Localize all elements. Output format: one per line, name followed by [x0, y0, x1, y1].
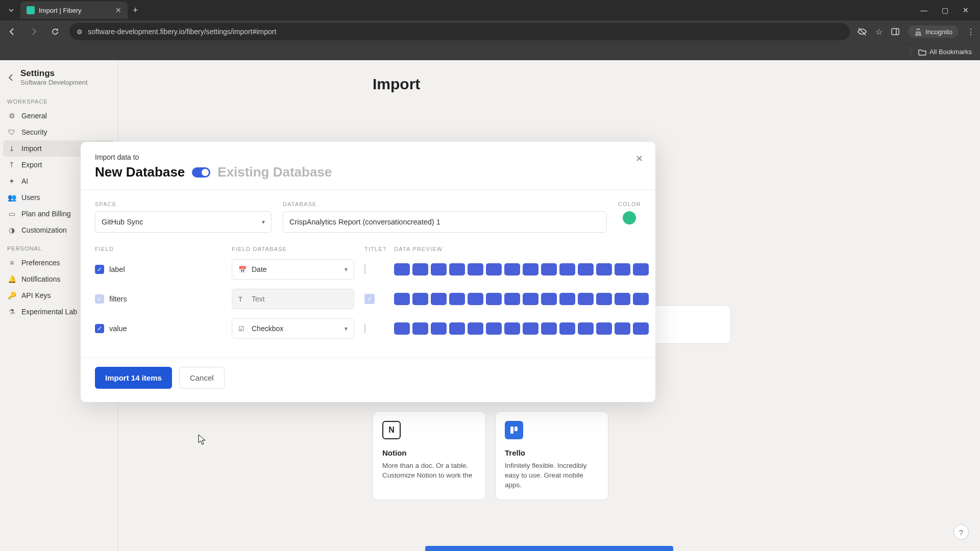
maximize-icon[interactable]: ▢ — [942, 6, 948, 14]
preview-pill — [412, 322, 428, 335]
sliders-icon: ≡ — [7, 259, 16, 267]
import-card-notion[interactable]: N Notion More than a doc. Or a table. Cu… — [373, 411, 486, 500]
site-settings-icon[interactable]: ⚙ — [77, 28, 83, 36]
field-type-select[interactable]: 📅Date▾ — [232, 259, 354, 280]
modal-title-row: New Database Existing Database — [95, 164, 641, 180]
reload-icon[interactable] — [48, 24, 62, 39]
field-type-select[interactable]: ☑Checkbox▾ — [232, 318, 354, 339]
sidebar-item-security[interactable]: 🛡Security — [0, 124, 118, 140]
new-tab-button[interactable]: + — [133, 5, 138, 16]
field-name-cell: ✓filters — [95, 294, 232, 304]
modal-close-icon[interactable]: ✕ — [635, 153, 643, 164]
shield-icon: 🛡 — [7, 128, 16, 136]
space-value: GitHub Sync — [102, 218, 143, 226]
option-existing-database[interactable]: Existing Database — [217, 164, 332, 180]
data-preview-header: DATA PREVIEW — [394, 246, 641, 252]
settings-back-icon[interactable] — [7, 73, 15, 82]
database-input[interactable]: CrispAnalytics Report (conversationcreat… — [283, 211, 607, 233]
color-swatch[interactable] — [623, 211, 636, 224]
sidebar-item-label: Preferences — [21, 259, 60, 267]
database-toggle[interactable] — [192, 167, 210, 178]
sidebar-item-label: Users — [21, 193, 40, 202]
field-include-checkbox[interactable]: ✓ — [95, 265, 104, 274]
option-new-database[interactable]: New Database — [95, 164, 185, 180]
title-radio[interactable] — [364, 264, 365, 274]
kebab-menu-icon[interactable]: ⋮ — [967, 27, 975, 37]
url-bar[interactable]: ⚙ software-development.fibery.io/fibery/… — [69, 23, 850, 40]
sidebar-item-general[interactable]: ⚙General — [0, 108, 118, 124]
sidebar-item-label: Customization — [21, 226, 67, 234]
tab-list-chevron-icon[interactable] — [4, 3, 18, 17]
field-include-checkbox[interactable]: ✓ — [95, 294, 104, 304]
preview-pill — [449, 322, 465, 335]
key-icon: 🔑 — [7, 291, 16, 299]
flask-icon: ⚗ — [7, 308, 16, 316]
tab-bar: Import | Fibery ✕ + — ▢ ✕ — [0, 0, 980, 20]
field-name-label: filters — [109, 295, 127, 303]
preview-pill — [504, 263, 520, 276]
all-bookmarks-button[interactable]: All Bookmarks — [918, 48, 972, 56]
settings-title: Settings — [20, 68, 88, 79]
preview-pill — [596, 263, 612, 276]
color-label: COLOR — [618, 201, 641, 207]
field-name-label: value — [109, 324, 127, 333]
preview-pill — [615, 293, 630, 305]
preview-pill — [633, 263, 649, 276]
window-controls: — ▢ ✕ — [920, 6, 976, 14]
fields-header-row: FIELD FIELD DATABASE TITLE? DATA PREVIEW — [95, 246, 641, 252]
import-button[interactable]: Import 14 items — [95, 367, 172, 389]
preview-pill — [431, 293, 447, 305]
title-cell: ✓ — [364, 294, 394, 304]
svg-rect-0 — [892, 29, 899, 35]
close-tab-icon[interactable]: ✕ — [115, 6, 121, 14]
preview-pill — [523, 263, 538, 276]
minimize-icon[interactable]: — — [920, 6, 927, 14]
browser-tab[interactable]: Import | Fibery ✕ — [20, 2, 128, 19]
nav-back-icon[interactable] — [5, 24, 19, 39]
import-cards-row-2: N Notion More than a doc. Or a table. Cu… — [373, 411, 608, 500]
all-bookmarks-label: All Bookmarks — [929, 48, 972, 56]
gear-icon: ⚙ — [7, 112, 16, 120]
card-desc: Infinitely flexible. Incredibly easy to … — [505, 461, 599, 490]
bookmarks-bar: All Bookmarks — [0, 43, 980, 60]
title-cell — [364, 265, 394, 274]
card-desc: More than a doc. Or a table. Customize N… — [382, 461, 476, 481]
sidebar-header: Settings Software Development — [0, 65, 118, 91]
preview-pill — [541, 322, 557, 335]
address-bar-row: ⚙ software-development.fibery.io/fibery/… — [0, 20, 980, 43]
preview-pill — [633, 293, 649, 305]
card-icon: ▭ — [7, 210, 16, 218]
star-icon[interactable]: ☆ — [875, 27, 883, 37]
tab-title: Import | Fibery — [39, 7, 82, 14]
space-label: SPACE — [95, 201, 272, 207]
bookmarks-divider — [911, 47, 911, 57]
preview-pill — [412, 293, 428, 305]
preview-pill — [412, 263, 428, 276]
close-window-icon[interactable]: ✕ — [963, 6, 969, 14]
field-header: FIELD — [95, 246, 232, 252]
nav-forward-icon[interactable] — [27, 24, 41, 39]
space-select[interactable]: GitHub Sync ▾ — [95, 211, 272, 233]
eye-off-icon[interactable] — [857, 27, 867, 37]
preview-pill — [449, 263, 465, 276]
preview-pill — [504, 293, 520, 305]
preview-pill — [596, 322, 612, 335]
incognito-chip[interactable]: Incognito — [908, 26, 959, 38]
preview-pill — [449, 293, 465, 305]
preview-pill — [523, 293, 538, 305]
card-title: Trello — [505, 448, 599, 457]
help-button[interactable]: ? — [953, 524, 969, 540]
import-card-trello[interactable]: Trello Infinitely flexible. Incredibly e… — [495, 411, 608, 500]
field-include-checkbox[interactable]: ✓ — [95, 324, 104, 333]
preview-pill — [559, 263, 575, 276]
modal-body: SPACE GitHub Sync ▾ DATABASE CrispAnalyt… — [81, 190, 655, 357]
field-type-label: Checkbox — [252, 324, 283, 333]
panel-icon[interactable] — [891, 27, 900, 36]
palette-icon: ◑ — [7, 226, 16, 234]
title-radio[interactable]: ✓ — [364, 294, 375, 304]
title-radio[interactable] — [364, 323, 365, 333]
preview-pill — [468, 263, 483, 276]
preview-pill — [394, 322, 410, 335]
folder-icon — [918, 48, 926, 56]
cancel-button[interactable]: Cancel — [179, 367, 225, 389]
